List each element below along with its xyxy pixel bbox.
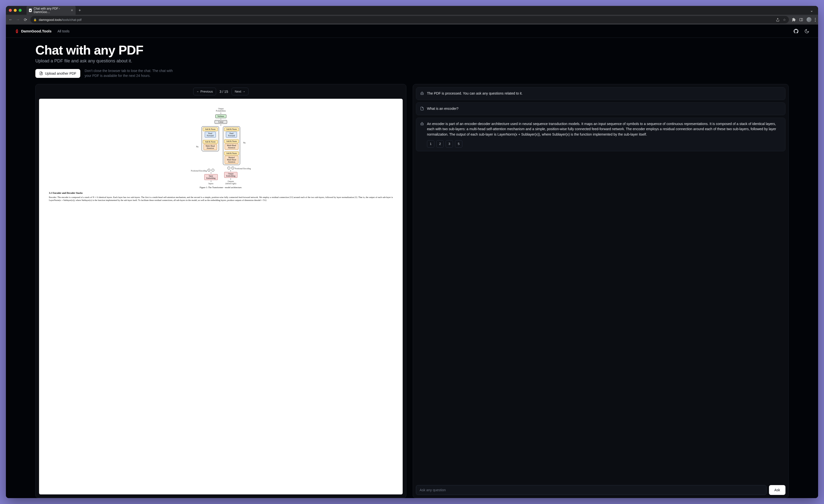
titlebar: ▲ Chat with any PDF - DamnGoo… ✕ + ⌄ — [6, 6, 818, 15]
window-maximize-icon[interactable] — [19, 9, 22, 12]
tabs-dropdown-icon[interactable]: ⌄ — [808, 8, 815, 13]
svg-point-13 — [422, 122, 422, 122]
nav-all-tools[interactable]: All tools — [58, 29, 70, 33]
extensions-icon[interactable] — [792, 18, 796, 22]
citation-button[interactable]: 5 — [455, 140, 462, 147]
brand-text: DamnGood.Tools — [21, 29, 51, 33]
browser-tab[interactable]: ▲ Chat with any PDF - DamnGoo… ✕ — [26, 6, 76, 15]
svg-rect-1 — [800, 18, 803, 21]
github-icon[interactable] — [794, 29, 799, 34]
pdf-body-text: Encoder: The encoder is composed of a st… — [49, 196, 393, 202]
page-subtitle: Upload a PDF file and ask any questions … — [35, 59, 789, 64]
page-title: Chat with any PDF — [35, 43, 789, 58]
nav-forward-icon[interactable]: → — [16, 17, 20, 22]
upload-another-button[interactable]: Upload another PDF — [35, 69, 80, 78]
nav-reload-icon[interactable]: ⟳ — [23, 17, 27, 22]
panels: ← Previous 3 / 15 Next → Output Probabil… — [35, 84, 789, 498]
favicon-icon: ▲ — [29, 9, 32, 12]
svg-rect-4 — [421, 93, 424, 95]
diagram-output-prob: Output Probabilities — [216, 108, 226, 112]
kebab-menu-icon[interactable] — [815, 18, 816, 22]
citation-button[interactable]: 1 — [427, 140, 434, 147]
citations: 1235 — [427, 140, 781, 147]
upload-hint: Don't close the browser tab to lose the … — [85, 69, 173, 78]
transformer-diagram: Output Probabilities Softmax Linear Nx — [49, 108, 393, 185]
nav-back-icon[interactable]: ← — [8, 17, 13, 22]
svg-point-10 — [421, 124, 422, 124]
theme-toggle-icon[interactable] — [804, 29, 809, 34]
chat-messages: The PDF is processed. You can ask any qu… — [415, 87, 786, 152]
pos-enc-circle: ∿ — [207, 169, 210, 172]
upload-button-label: Upload another PDF — [45, 72, 76, 75]
chat-panel: The PDF is processed. You can ask any qu… — [413, 84, 789, 498]
browser-toolbar: ← → ⟳ 🔒 damngood.tools/tools/chat-pdf ☆ — [6, 15, 818, 24]
message-text: An encoder is part of an encoder-decoder… — [427, 121, 781, 137]
bot-icon — [420, 122, 424, 126]
ask-button[interactable]: Ask — [769, 485, 786, 495]
chat-input-row: Ask — [415, 484, 786, 495]
diagram-softmax: Softmax — [215, 114, 226, 118]
browser-window: ▲ Chat with any PDF - DamnGoo… ✕ + ⌄ ← →… — [6, 6, 818, 498]
svg-point-6 — [422, 94, 423, 94]
diagram-nx-right: Nx — [243, 142, 245, 144]
prev-page-button[interactable]: ← Previous — [193, 88, 216, 95]
panel-icon[interactable] — [799, 18, 803, 22]
tab-close-icon[interactable]: ✕ — [71, 9, 73, 12]
figure-caption: Figure 1: The Transformer - model archit… — [49, 186, 393, 189]
svg-point-11 — [422, 124, 423, 124]
message-text: What is an encoder? — [427, 106, 781, 111]
citation-button[interactable]: 2 — [436, 140, 444, 147]
diagram-output-emb: Output Embedding — [224, 172, 238, 178]
section-title: 3.1 Encoder and Decoder Stacks — [49, 192, 393, 194]
app-nav: DamnGood.Tools All tools — [6, 24, 818, 38]
brand[interactable]: DamnGood.Tools — [15, 29, 51, 33]
encoder-stack: Add & Norm Feed Forward Add & Norm Multi… — [202, 126, 219, 151]
url-domain: damngood.tools — [39, 18, 62, 22]
next-page-button[interactable]: Next → — [231, 88, 248, 95]
profile-avatar[interactable] — [807, 17, 812, 22]
upload-row: Upload another PDF Don't close the brows… — [35, 69, 789, 78]
bot-icon — [420, 91, 424, 95]
message-text: The PDF is processed. You can ask any qu… — [427, 91, 781, 96]
pos-enc-circle: ∿ — [231, 167, 234, 170]
citation-button[interactable]: 3 — [446, 140, 453, 147]
tab-title: Chat with any PDF - DamnGoo… — [34, 7, 68, 14]
document-icon — [420, 107, 424, 110]
diagram-linear: Linear — [215, 120, 227, 124]
pdf-page[interactable]: Output Probabilities Softmax Linear Nx — [39, 99, 403, 494]
bookmark-star-icon[interactable]: ☆ — [783, 18, 786, 22]
decoder-stack: Add & Norm Feed Forward Add & Norm Multi… — [223, 126, 240, 165]
chat-input[interactable] — [416, 485, 766, 495]
user-message: What is an encoder? — [416, 102, 786, 115]
window-minimize-icon[interactable] — [14, 9, 17, 12]
share-icon[interactable] — [776, 18, 780, 22]
window-close-icon[interactable] — [9, 9, 12, 12]
omnibox[interactable]: 🔒 damngood.tools/tools/chat-pdf ☆ — [30, 16, 789, 23]
lock-icon: 🔒 — [33, 18, 37, 21]
bot-message: An encoder is part of an encoder-decoder… — [416, 118, 786, 151]
hero: Chat with any PDF Upload a PDF file and … — [35, 43, 789, 64]
app-root: DamnGood.Tools All tools Chat with any P… — [6, 24, 818, 498]
new-tab-button[interactable]: + — [76, 8, 84, 12]
diagram-nx-left: Nx — [196, 146, 199, 148]
flame-icon — [15, 29, 19, 33]
diagram-input-emb: Input Embedding — [204, 174, 218, 180]
bot-message: The PDF is processed. You can ask any qu… — [416, 87, 786, 100]
page-container: Chat with any PDF Upload a PDF file and … — [6, 38, 818, 498]
svg-point-5 — [421, 94, 422, 94]
svg-rect-9 — [421, 123, 424, 125]
pdf-toolbar: ← Previous 3 / 15 Next → — [35, 84, 406, 99]
file-icon — [39, 72, 43, 75]
tabstrip: ▲ Chat with any PDF - DamnGoo… ✕ + — [26, 6, 806, 15]
pdf-panel: ← Previous 3 / 15 Next → Output Probabil… — [35, 84, 406, 498]
url-path: /tools/chat-pdf — [62, 18, 82, 22]
traffic-lights — [9, 9, 22, 12]
page-indicator: 3 / 15 — [219, 90, 228, 94]
